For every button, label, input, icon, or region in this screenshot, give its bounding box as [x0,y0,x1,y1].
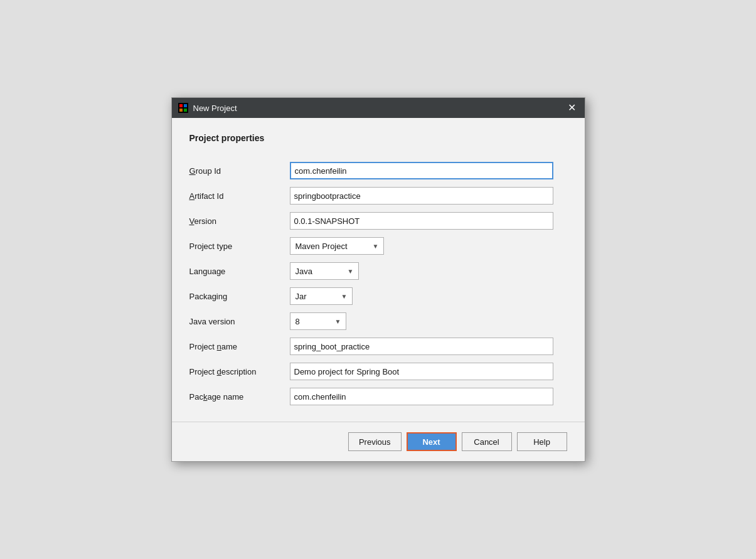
packaging-label: Packaging [189,284,290,309]
language-select[interactable]: Java Kotlin Groovy [290,262,359,280]
language-select-wrapper: Java Kotlin Groovy ▼ [290,262,359,280]
packaging-select-wrapper: Jar War ▼ [290,287,353,305]
project-type-select-wrapper: Maven Project Gradle Project ▼ [290,237,384,255]
project-name-cell [290,334,567,359]
project-type-row: Project type Maven Project Gradle Projec… [189,233,567,258]
group-id-row: Group Id [189,158,567,183]
artifact-id-input[interactable] [290,187,553,205]
dialog-footer: Previous Next Cancel Help [172,422,585,461]
group-id-label: Group Id [189,158,290,183]
project-type-label: Project type [189,233,290,258]
java-version-row: Java version 8 11 17 21 ▼ [189,309,567,334]
language-cell: Java Kotlin Groovy ▼ [290,258,567,284]
dialog-content: Project properties Group Id Artifact Id [172,118,585,422]
java-version-cell: 8 11 17 21 ▼ [290,309,567,334]
next-button[interactable]: Next [407,432,457,451]
svg-rect-4 [184,109,187,112]
java-version-select-wrapper: 8 11 17 21 ▼ [290,312,346,330]
package-name-cell [290,384,567,409]
previous-button[interactable]: Previous [348,432,402,451]
packaging-cell: Jar War ▼ [290,284,567,309]
help-button[interactable]: Help [517,432,567,451]
java-version-select[interactable]: 8 11 17 21 [290,312,346,330]
project-description-row: Project description [189,359,567,384]
artifact-id-cell [290,183,567,208]
new-project-dialog: New Project ✕ Project properties Group I… [171,97,585,462]
artifact-id-row: Artifact Id [189,183,567,208]
project-name-row: Project name [189,334,567,359]
package-name-label: Package name [189,384,290,409]
project-type-select[interactable]: Maven Project Gradle Project [290,237,384,255]
close-button[interactable]: ✕ [565,102,578,114]
java-version-label: Java version [189,309,290,334]
package-name-input[interactable] [290,388,553,405]
project-name-input[interactable] [290,338,553,355]
packaging-select[interactable]: Jar War [290,287,353,305]
version-label: Version [189,208,290,233]
title-bar: New Project ✕ [172,98,585,118]
packaging-row: Packaging Jar War ▼ [189,284,567,309]
project-description-cell [290,359,567,384]
artifact-id-label: Artifact Id [189,183,290,208]
version-input[interactable] [290,212,553,230]
svg-rect-3 [179,109,183,112]
section-title: Project properties [189,133,567,143]
intellij-icon [178,103,188,113]
form-table: Group Id Artifact Id [189,158,567,409]
dialog-title: New Project [193,104,237,113]
group-id-input[interactable] [290,162,553,179]
language-label: Language [189,258,290,284]
svg-rect-1 [179,104,183,107]
version-row: Version [189,208,567,233]
project-description-input[interactable] [290,363,553,380]
project-description-label: Project description [189,359,290,384]
svg-rect-2 [184,104,187,107]
cancel-button[interactable]: Cancel [462,432,512,451]
package-name-row: Package name [189,384,567,409]
project-name-label: Project name [189,334,290,359]
project-type-cell: Maven Project Gradle Project ▼ [290,233,567,258]
title-bar-left: New Project [178,103,237,113]
language-row: Language Java Kotlin Groovy ▼ [189,258,567,284]
group-id-cell [290,158,567,183]
version-cell [290,208,567,233]
